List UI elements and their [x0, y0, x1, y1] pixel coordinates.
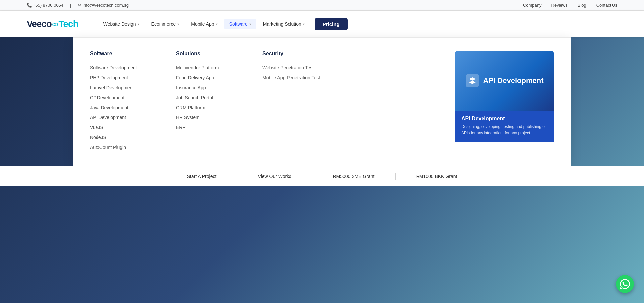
nav-item-marketing[interactable]: Marketing Solution ▾ — [258, 19, 310, 29]
software-dev-link[interactable]: Software Development — [90, 63, 156, 73]
bkk-grant-link[interactable]: RM1000 BKK Grant — [396, 174, 477, 179]
software-dropdown: Software Software Development PHP Develo… — [73, 37, 571, 166]
security-list: Website Penetration Test Mobile App Pene… — [262, 63, 329, 83]
bottom-strip: Start A Project | View Our Works | RM500… — [0, 166, 644, 186]
navbar: Veeco ∞ Tech Website Design ▾ Ecommerce … — [0, 11, 644, 37]
whatsapp-icon — [620, 279, 630, 289]
whatsapp-button[interactable] — [616, 275, 634, 293]
nav-label-ecommerce: Ecommerce — [151, 21, 176, 27]
security-column: Security Website Penetration Test Mobile… — [262, 51, 329, 152]
nav-label-mobile-app: Mobile App — [191, 21, 214, 27]
top-bar-left: 📞 +65) 8700 0054 | ✉ info@veecotech.com.… — [27, 3, 129, 8]
chevron-down-icon: ▾ — [303, 22, 305, 26]
nav-label-website-design: Website Design — [103, 21, 136, 27]
solutions-column: Solutions Multivendor Platform Food Deli… — [176, 51, 242, 152]
phone-contact: 📞 +65) 8700 0054 — [27, 3, 63, 8]
email-icon: ✉ — [78, 3, 81, 8]
top-bar-right: Company Reviews Blog Contact Us — [523, 3, 617, 8]
chevron-down-icon: ▾ — [177, 22, 179, 26]
job-search-link[interactable]: Job Search Portal — [176, 93, 242, 103]
email-address: info@veecotech.com.sg — [83, 3, 129, 8]
multivendor-link[interactable]: Multivendor Platform — [176, 63, 242, 73]
api-card-body: API Development Designing, developing, t… — [455, 111, 554, 142]
blog-link[interactable]: Blog — [578, 3, 586, 8]
top-bar: 📞 +65) 8700 0054 | ✉ info@veecotech.com.… — [0, 0, 644, 11]
nav-item-software[interactable]: Software ▾ — [224, 19, 256, 29]
start-project-link[interactable]: Start A Project — [167, 174, 236, 179]
chevron-down-icon: ▾ — [138, 22, 139, 26]
api-dev-link[interactable]: API Development — [90, 113, 156, 122]
view-works-link[interactable]: View Our Works — [238, 174, 311, 179]
api-card-image-title: API Development — [483, 76, 544, 85]
autocount-link[interactable]: AutoCount Plugin — [90, 142, 156, 152]
logo-veeco: Veeco — [27, 19, 52, 29]
nav-item-mobile-app[interactable]: Mobile App ▾ — [186, 19, 223, 29]
topbar-separator: | — [70, 3, 71, 8]
api-dev-card[interactable]: API Development API Development Designin… — [455, 51, 554, 152]
food-delivery-link[interactable]: Food Delivery App — [176, 73, 242, 83]
php-dev-link[interactable]: PHP Development — [90, 73, 156, 83]
java-dev-link[interactable]: Java Development — [90, 103, 156, 113]
chevron-down-icon: ▾ — [249, 22, 251, 26]
nav-item-ecommerce[interactable]: Ecommerce ▾ — [146, 19, 185, 29]
solutions-col-title: Solutions — [176, 51, 242, 57]
crm-platform-link[interactable]: CRM Platform — [176, 103, 242, 113]
pricing-button[interactable]: Pricing — [315, 18, 348, 30]
logo[interactable]: Veeco ∞ Tech — [27, 19, 78, 29]
software-list: Software Development PHP Development Lar… — [90, 63, 156, 152]
api-card-body-title: API Development — [461, 116, 547, 122]
chevron-down-icon: ▾ — [216, 22, 218, 26]
nodejs-link[interactable]: NodeJS — [90, 132, 156, 142]
laravel-dev-link[interactable]: Laravel Development — [90, 83, 156, 93]
sme-grant-link[interactable]: RM5000 SME Grant — [313, 174, 394, 179]
software-column: Software Software Development PHP Develo… — [90, 51, 156, 152]
logo-tech: Tech — [59, 19, 78, 29]
api-dev-icon — [466, 74, 479, 87]
security-col-title: Security — [262, 51, 329, 57]
api-card-image: API Development — [455, 51, 554, 111]
insurance-app-link[interactable]: Insurance App — [176, 83, 242, 93]
contact-link[interactable]: Contact Us — [596, 3, 617, 8]
software-col-title: Software — [90, 51, 156, 57]
company-link[interactable]: Company — [523, 3, 542, 8]
logo-infinity: ∞ — [52, 19, 58, 29]
website-pentest-link[interactable]: Website Penetration Test — [262, 63, 329, 73]
phone-icon: 📞 — [27, 3, 32, 8]
nav-label-software: Software — [229, 21, 248, 27]
vuejs-link[interactable]: VueJS — [90, 122, 156, 132]
nav-items: Website Design ▾ Ecommerce ▾ Mobile App … — [98, 18, 617, 30]
nav-item-website-design[interactable]: Website Design ▾ — [98, 19, 145, 29]
phone-number: +65) 8700 0054 — [33, 3, 63, 8]
reviews-link[interactable]: Reviews — [551, 3, 568, 8]
api-card-body-desc: Designing, developing, testing and publi… — [461, 124, 547, 136]
nav-label-marketing: Marketing Solution — [263, 21, 301, 27]
email-contact: ✉ info@veecotech.com.sg — [78, 3, 129, 8]
mobile-pentest-link[interactable]: Mobile App Penetration Test — [262, 73, 329, 83]
api-symbol-icon — [468, 77, 476, 85]
erp-link[interactable]: ERP — [176, 122, 242, 132]
hr-system-link[interactable]: HR System — [176, 113, 242, 122]
csharp-dev-link[interactable]: C# Development — [90, 93, 156, 103]
solutions-list: Multivendor Platform Food Delivery App I… — [176, 63, 242, 132]
